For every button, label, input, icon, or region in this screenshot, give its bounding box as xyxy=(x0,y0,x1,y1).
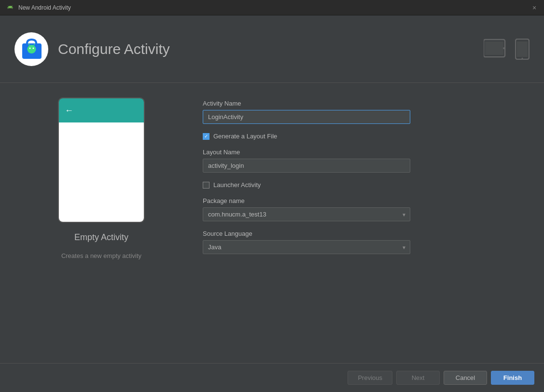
launcher-activity-label: Launcher Activity xyxy=(213,181,261,189)
source-language-select-wrapper: Java Kotlin ▼ xyxy=(203,240,410,254)
launcher-activity-checkbox-row[interactable]: Launcher Activity xyxy=(203,181,525,189)
phone-content xyxy=(59,122,144,222)
layout-name-label: Layout Name xyxy=(203,149,525,156)
tablet-icon xyxy=(484,39,510,60)
title-bar-left: New Android Activity xyxy=(6,3,71,12)
main-content: ← Empty Activity Creates a new empty act… xyxy=(0,83,544,363)
previous-button[interactable]: Previous xyxy=(348,371,392,385)
phone-icon xyxy=(515,39,530,60)
activity-type-label: Empty Activity xyxy=(74,232,128,243)
generate-layout-checkbox[interactable]: ✓ xyxy=(203,133,209,140)
cancel-button[interactable]: Cancel xyxy=(444,371,487,385)
source-language-select[interactable]: Java Kotlin xyxy=(203,240,410,254)
header-left: Configure Activity xyxy=(14,32,170,66)
next-button[interactable]: Next xyxy=(396,371,440,385)
right-panel: Activity Name ✓ Generate a Layout File L… xyxy=(203,97,525,349)
package-name-select[interactable]: com.hnucm.a_test13 xyxy=(203,207,410,221)
source-language-label: Source Language xyxy=(203,230,525,237)
generate-layout-checkbox-row[interactable]: ✓ Generate a Layout File xyxy=(203,133,525,140)
finish-button[interactable]: Finish xyxy=(491,371,534,385)
svg-point-2 xyxy=(29,48,30,49)
phone-toolbar: ← xyxy=(59,98,144,122)
bottom-bar: Previous Next Cancel Finish xyxy=(0,363,544,392)
activity-name-label: Activity Name xyxy=(203,100,525,107)
package-name-select-wrapper: com.hnucm.a_test13 ▼ xyxy=(203,207,410,221)
title-bar: New Android Activity × xyxy=(0,0,544,15)
package-name-field-group: Package name com.hnucm.a_test13 ▼ xyxy=(203,197,525,221)
generate-layout-label: Generate a Layout File xyxy=(213,133,277,140)
svg-point-1 xyxy=(27,45,36,54)
close-button[interactable]: × xyxy=(530,4,538,12)
source-language-field-group: Source Language Java Kotlin ▼ xyxy=(203,230,525,254)
layout-name-input[interactable] xyxy=(203,159,410,173)
activity-description: Creates a new empty activity xyxy=(61,252,141,259)
launcher-activity-checkbox[interactable] xyxy=(203,182,209,189)
back-arrow-icon: ← xyxy=(65,106,73,116)
phone-preview: ← xyxy=(58,97,145,223)
svg-point-3 xyxy=(32,48,34,49)
window-title: New Android Activity xyxy=(18,4,71,11)
activity-name-field-group: Activity Name xyxy=(203,100,525,124)
page-title: Configure Activity xyxy=(58,41,170,57)
checkmark-icon: ✓ xyxy=(204,134,208,139)
header: Configure Activity xyxy=(0,15,544,83)
layout-name-field-group: Layout Name xyxy=(203,149,525,173)
activity-name-input[interactable] xyxy=(203,110,410,124)
svg-point-8 xyxy=(503,47,505,49)
device-icons xyxy=(484,39,530,60)
svg-point-11 xyxy=(522,57,523,59)
left-panel: ← Empty Activity Creates a new empty act… xyxy=(19,97,183,349)
svg-rect-7 xyxy=(485,41,503,55)
package-name-label: Package name xyxy=(203,197,525,204)
android-title-icon xyxy=(6,3,14,12)
logo-circle xyxy=(14,32,48,66)
svg-rect-10 xyxy=(517,41,528,57)
android-studio-logo xyxy=(18,36,45,62)
